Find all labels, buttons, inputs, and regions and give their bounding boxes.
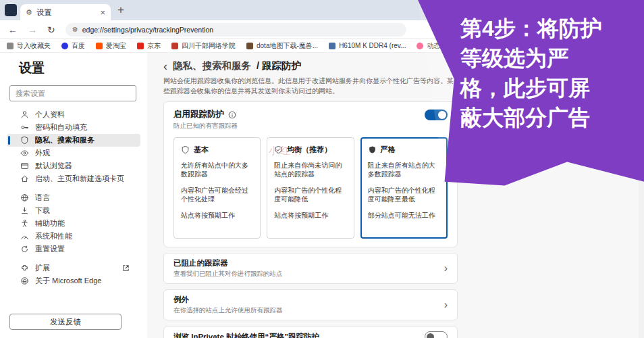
- gauge-icon: [20, 232, 29, 241]
- inprivate-strict-toggle[interactable]: [425, 331, 448, 338]
- level-line: 内容和广告的个性化程度可能降低: [274, 186, 346, 203]
- sidebar-item-label: 语言: [35, 193, 50, 203]
- sidebar-divider: [0, 185, 147, 191]
- favicon: [61, 43, 68, 49]
- toggle-knob: [427, 333, 434, 338]
- row-text: 已阻止的跟踪器 查看我们已阻止其对你进行跟踪的站点: [173, 258, 283, 279]
- level-line: 站点将按预期工作: [181, 211, 253, 220]
- sidebar-item-languages[interactable]: 语言: [0, 191, 147, 204]
- level-line: 部分站点可能无法工作: [368, 211, 440, 220]
- sidebar-item-label: 关于 Microsoft Edge: [35, 276, 101, 286]
- sidebar-item-label: 外观: [35, 148, 50, 158]
- row-title: 浏览 InPrivate 时始终使用“严格”跟踪防护: [173, 332, 319, 338]
- level-line: 站点将按预期工作: [274, 211, 346, 220]
- bookmark-label: 导入收藏夹: [17, 41, 51, 51]
- row-subtitle: 查看我们已阻止其对你进行跟踪的站点: [173, 270, 283, 279]
- level-name: 严格: [381, 145, 396, 155]
- page-gear-icon: ⚙: [72, 26, 78, 33]
- sidebar-divider: [0, 256, 147, 262]
- bookmark-item[interactable]: 百度: [61, 41, 85, 51]
- download-icon: [20, 206, 29, 215]
- blocked-trackers-row[interactable]: 已阻止的跟踪器 查看我们已阻止其对你进行跟踪的站点 ›: [163, 253, 458, 284]
- browser-window-icon: [20, 162, 29, 170]
- bookmark-item[interactable]: H610M K DDR4 (rev...: [329, 42, 406, 49]
- sidebar-item-label: 密码和自动填充: [35, 122, 87, 132]
- search-input[interactable]: [9, 85, 136, 101]
- sidebar-item-downloads[interactable]: 下载: [0, 204, 147, 217]
- sidebar-item-reset[interactable]: 重置设置: [0, 243, 147, 256]
- bookmark-import[interactable]: 导入收藏夹: [7, 41, 51, 51]
- favicon: [171, 43, 178, 49]
- watermark-text: 小红书: [269, 145, 303, 158]
- info-icon[interactable]: [228, 111, 236, 119]
- key-icon: [20, 123, 29, 132]
- bookmark-label: dota地图下载-魔兽...: [257, 41, 318, 51]
- bookmark-label: H610M K DDR4 (rev...: [339, 42, 406, 49]
- sidebar-item-label: 系统和性能: [35, 231, 72, 241]
- sidebar-item-system[interactable]: 系统和性能: [0, 230, 147, 243]
- row-title: 已阻止的跟踪器: [173, 258, 283, 268]
- tab-close-icon[interactable]: ×: [100, 8, 105, 17]
- bookmark-label: 爱淘宝: [106, 41, 126, 51]
- level-name: 基本: [194, 145, 209, 155]
- settings-title: 设置: [19, 59, 147, 77]
- inprivate-strict-row: 浏览 InPrivate 时始终使用“严格”跟踪防护: [163, 326, 458, 338]
- annotation-overlay: 第4步：将防护等级选为严格，此步可屏蔽大部分广告: [404, 0, 644, 197]
- sidebar-item-profile[interactable]: 个人资料: [0, 108, 147, 121]
- level-line: 内容和广告可能会经过个性化处理: [181, 186, 253, 203]
- sidebar-item-label: 个人资料: [35, 110, 65, 120]
- favicon: [7, 43, 14, 49]
- enable-tracking-title: 启用跟踪防护: [173, 109, 224, 120]
- sidebar-item-about[interactable]: 关于 Microsoft Edge: [0, 274, 147, 287]
- bookmark-item[interactable]: 京东: [137, 41, 161, 51]
- sidebar-item-label: 辅助功能: [35, 218, 65, 228]
- sidebar-item-appearance[interactable]: 外观: [0, 147, 147, 160]
- bookmark-item[interactable]: dota地图下载-魔兽...: [246, 41, 318, 51]
- sidebar-menu: 个人资料 密码和自动填充 隐私、搜索和服务 外观 默认浏览器 启动、主页和新建选…: [0, 108, 147, 287]
- sidebar-item-privacy[interactable]: 隐私、搜索和服务: [7, 134, 140, 147]
- shield-icon: [20, 136, 29, 145]
- level-line: 允许所有站点中的大多数跟踪器: [181, 161, 253, 178]
- open-external-icon: [122, 264, 130, 272]
- back-icon[interactable]: ←: [8, 25, 18, 34]
- favicon: [329, 43, 336, 49]
- bookmark-item[interactable]: 四川干部网络学院: [171, 41, 236, 51]
- refresh-icon[interactable]: ↻: [47, 25, 55, 34]
- url-field[interactable]: ⚙ edge://settings/privacy/trackingPreven…: [65, 23, 406, 37]
- sidebar-item-label: 扩展: [35, 263, 50, 273]
- eye-icon: [20, 149, 29, 158]
- back-chevron-icon[interactable]: ‹: [163, 60, 167, 72]
- tab-title: 设置: [36, 7, 97, 18]
- settings-gear-icon: ⚙: [26, 8, 32, 17]
- window-icon: [5, 4, 17, 16]
- tab-settings[interactable]: ⚙ 设置 ×: [20, 4, 111, 20]
- sidebar-item-label: 启动、主页和新建选项卡页: [35, 174, 124, 184]
- breadcrumb-current: / 跟踪防护: [257, 59, 301, 72]
- sidebar-item-accessibility[interactable]: 辅助功能: [0, 217, 147, 230]
- sidebar-item-startup[interactable]: 启动、主页和新建选项卡页: [0, 172, 147, 185]
- send-feedback-button[interactable]: 发送反馈: [9, 314, 122, 330]
- sidebar-item-label: 隐私、搜索和服务: [35, 135, 95, 145]
- sidebar-item-passwords[interactable]: 密码和自动填充: [0, 121, 147, 134]
- bookmark-label: 京东: [147, 41, 161, 51]
- bookmark-item[interactable]: 爱淘宝: [96, 41, 126, 51]
- sidebar-item-default-browser[interactable]: 默认浏览器: [0, 160, 147, 172]
- new-tab-button[interactable]: +: [117, 3, 124, 17]
- row-title: 例外: [173, 295, 283, 305]
- accessibility-icon: [20, 219, 29, 228]
- chevron-right-icon: ›: [444, 263, 448, 274]
- sidebar-item-label: 重置设置: [35, 244, 65, 254]
- shield-filled-icon: [368, 145, 377, 154]
- sidebar-item-extensions[interactable]: 扩展: [0, 262, 147, 274]
- row-text: 例外 在你选择的站点上允许使用所有跟踪器: [173, 295, 283, 315]
- bookmark-label: 四川干部网络学院: [182, 41, 236, 51]
- forward-icon[interactable]: →: [28, 25, 37, 34]
- edge-logo-icon: [20, 276, 29, 285]
- sidebar-item-label: 下载: [35, 206, 50, 216]
- reset-icon: [20, 245, 29, 254]
- exceptions-row[interactable]: 例外 在你选择的站点上允许使用所有跟踪器 ›: [163, 289, 458, 320]
- breadcrumb-parent[interactable]: 隐私、搜索和服务: [173, 59, 251, 72]
- level-card-basic[interactable]: 基本 允许所有站点中的大多数跟踪器 内容和广告可能会经过个性化处理 站点将按预期…: [173, 137, 261, 239]
- favicon: [96, 43, 103, 49]
- url-text: edge://settings/privacy/trackingPreventi…: [82, 26, 213, 34]
